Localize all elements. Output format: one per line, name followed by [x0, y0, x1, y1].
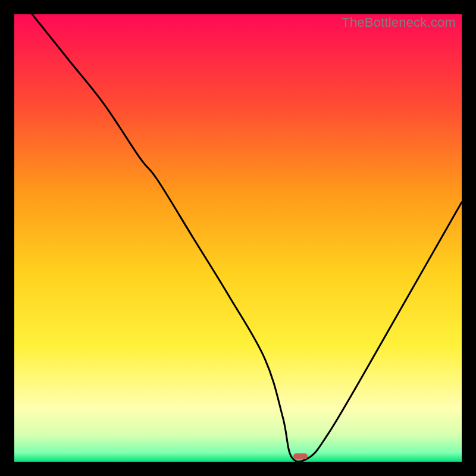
plot-area: TheBottleneck.com [14, 14, 462, 462]
gradient-background [14, 14, 462, 462]
svg-rect-0 [14, 14, 462, 462]
chart-frame: TheBottleneck.com [0, 0, 476, 476]
